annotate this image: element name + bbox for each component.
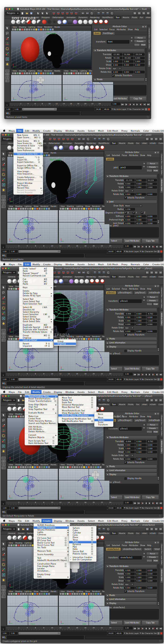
copy-tab-button[interactable]: Copy Tab — [129, 96, 146, 101]
attr-field[interactable]: 0.000 — [136, 458, 146, 460]
menu-item-reference-editor[interactable]: Reference Editor — [14, 178, 43, 181]
step-forward-button[interactable] — [155, 501, 159, 505]
option-box[interactable] — [91, 404, 93, 406]
go-to-end-button[interactable] — [159, 627, 162, 630]
menubar-item-normals[interactable]: Normals — [129, 390, 142, 394]
viewport-toolbar-icon[interactable] — [28, 28, 30, 30]
shelf-tab-fur[interactable]: Fur — [139, 16, 144, 19]
shelf-tab-nhair[interactable]: nHair — [144, 16, 151, 19]
shelf-tab-custom[interactable]: Custom — [157, 142, 164, 144]
save-scene-icon[interactable] — [30, 12, 33, 15]
construction-history-icon[interactable] — [86, 137, 90, 141]
viewport-toolbar-icon[interactable] — [97, 466, 99, 468]
select-tool-icon[interactable] — [1, 542, 6, 546]
rotate-tool-icon[interactable] — [1, 306, 6, 310]
shelf-tab-deformation[interactable]: Deformation — [47, 142, 61, 144]
universal-manipulator-icon[interactable] — [1, 572, 6, 577]
viewport-toolbar-icon[interactable] — [20, 416, 22, 418]
shelf-item-icon[interactable] — [62, 20, 67, 24]
menu-item-scale[interactable]: Scale — [94, 421, 113, 424]
apple-menu[interactable] — [2, 262, 7, 266]
viewport-toolbar-icon[interactable] — [95, 338, 97, 340]
shelf-tab-rendering[interactable]: Rendering — [85, 276, 97, 278]
viewport-toolbar-icon[interactable] — [27, 208, 29, 210]
go-to-start-button[interactable] — [120, 102, 124, 106]
viewport-menu-shading[interactable]: Shading — [67, 205, 74, 207]
viewport-canvas[interactable]: front — [7, 469, 58, 500]
menu-item-convert[interactable]: Convert▶ — [25, 434, 58, 436]
scroll-down-icon[interactable]: ▼ — [158, 478, 159, 480]
attr-field[interactable]: 1.000 — [147, 320, 157, 322]
menu-item-view-sequence[interactable]: View Sequence... — [14, 173, 43, 175]
viewport-toolbar-icon[interactable] — [39, 466, 40, 468]
menu-item-select-similar[interactable]: Select Similar — [19, 316, 53, 318]
option-box[interactable] — [65, 544, 66, 546]
viewport-menu-shading[interactable]: Shading — [15, 464, 22, 466]
toggle-attribute-editor-icon[interactable] — [133, 12, 136, 15]
shelf-item-icon[interactable] — [52, 20, 57, 24]
viewport-toolbar-icon[interactable] — [60, 593, 62, 595]
current-frame-indicator[interactable]: 1 — [2, 627, 5, 630]
node-tab-stroketacks1[interactable]: strokeTacks1 — [106, 548, 121, 551]
menubar-item-create-uvs[interactable]: Create UVs — [151, 262, 164, 266]
menubar-item-window[interactable]: Window — [64, 129, 76, 133]
shelf-item-icon[interactable] — [100, 279, 104, 284]
two-pane-layout-button[interactable] — [2, 462, 6, 465]
viewport-toolbar-icon[interactable] — [41, 593, 43, 595]
viewport-toolbar-icon[interactable] — [52, 72, 54, 74]
shelf-tab-polygons[interactable]: Polygons — [40, 16, 51, 19]
node-name-field[interactable]: joint3 — [119, 166, 142, 170]
tab-attribute-editor[interactable]: Attribute Editor — [160, 311, 163, 326]
shelf-tab-ncloth[interactable]: nCloth — [148, 142, 157, 144]
shelf-item-icon[interactable] — [100, 146, 104, 150]
playback-end-field[interactable]: 24.00 — [108, 632, 115, 635]
shelf-item-icon[interactable] — [100, 536, 104, 540]
range-slider-handle[interactable]: 124 — [18, 507, 60, 509]
menu-item-sphere[interactable]: Sphere — [69, 527, 96, 529]
input-connections-icon[interactable] — [77, 271, 81, 274]
anim-start-field[interactable]: 1.00 — [2, 250, 9, 253]
viewport-toolbar-icon[interactable] — [10, 466, 12, 468]
viewport-toolbar-icon[interactable] — [20, 208, 22, 210]
viewport-toolbar-icon[interactable] — [83, 338, 85, 340]
menu-item-pencil-curve-tool[interactable]: Pencil Curve Tool — [34, 544, 70, 546]
copy-tab-button[interactable]: Copy Tab — [142, 620, 159, 625]
four-pane-layout-button[interactable] — [2, 332, 6, 334]
viewport-toolbar-icon[interactable] — [43, 208, 45, 210]
viewport-toolbar-icon[interactable] — [41, 208, 43, 210]
viewport-toolbar-icon[interactable] — [34, 208, 36, 210]
menubar-item-file[interactable]: File — [16, 129, 23, 133]
section-limit-information[interactable]: ▶Limit Information — [106, 598, 157, 601]
attr-field[interactable]: -90.000 — [112, 57, 122, 59]
anim-start-field[interactable]: 1.00 — [2, 632, 9, 635]
option-box[interactable] — [38, 134, 39, 136]
option-box[interactable] — [65, 563, 66, 564]
menu-item-archive-scene[interactable]: Archive Scene — [14, 147, 43, 149]
menubar-item-create-uvs[interactable]: Create UVs — [151, 519, 164, 523]
menubar-item-edit-mesh[interactable]: Edit Mesh — [106, 519, 120, 523]
menu-item-arc-tools[interactable]: Arc Tools▶ — [34, 546, 70, 549]
next-key-button[interactable] — [152, 373, 155, 376]
attr-field[interactable]: 1.000 — [124, 320, 135, 322]
checkbox-axis-y[interactable] — [132, 212, 135, 214]
node-tab-polytorus1[interactable]: polyTorus1 — [134, 291, 147, 294]
viewport-toolbar-icon[interactable] — [31, 72, 32, 74]
viewport-toolbar-icon[interactable] — [67, 593, 69, 595]
checkbox-display-handle[interactable] — [124, 350, 127, 352]
close-button[interactable] — [2, 134, 4, 136]
select-tool-icon[interactable] — [1, 285, 6, 290]
ortho-viewport-canvas[interactable]: front — [7, 469, 58, 500]
range-slider-handle[interactable]: 124 — [18, 250, 60, 253]
menubar-item-file[interactable]: File — [16, 390, 23, 394]
viewport-toolbar-icon[interactable] — [95, 593, 97, 595]
lasso-tool-icon[interactable] — [1, 290, 6, 295]
current-frame-indicator[interactable]: 1 — [2, 245, 5, 248]
menu-item-open-scene[interactable]: Open Scene...⌘O — [14, 136, 43, 139]
shelf-tab-muscle[interactable]: Muscle — [118, 403, 126, 406]
menubar-item-proxy[interactable]: Proxy — [120, 519, 129, 523]
option-box[interactable] — [91, 551, 93, 552]
viewport-menu-lighting[interactable]: Lighting — [28, 26, 35, 28]
go-to-end-button[interactable] — [147, 102, 150, 106]
persp-outliner-layout-button[interactable] — [2, 594, 6, 598]
ae-menu-list[interactable]: List — [106, 154, 110, 156]
